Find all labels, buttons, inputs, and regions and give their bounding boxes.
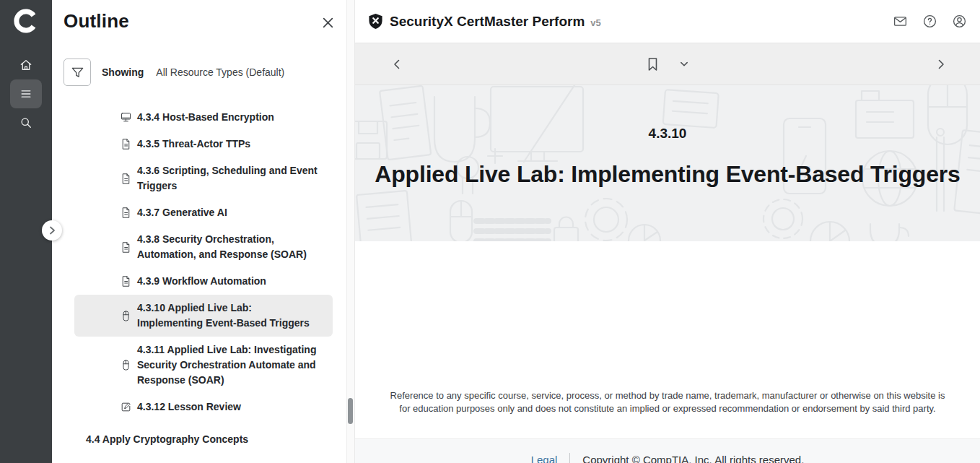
securityx-shield-icon [368, 13, 383, 30]
bookmark-menu-button[interactable] [675, 55, 694, 73]
outline-panel: Outline Showing All Resource Types (Defa… [52, 0, 354, 463]
previous-arrow-icon [391, 59, 403, 70]
mouse-icon [120, 359, 132, 371]
outline-item-4.3.4[interactable]: 4.3.4 Host-Based Encryption [74, 104, 333, 131]
filter-showing-label: Showing [102, 66, 144, 78]
help-button[interactable] [922, 14, 937, 29]
filter-value: All Resource Types (Default) [156, 66, 284, 78]
messages-button[interactable] [893, 14, 908, 29]
next-page-button[interactable] [931, 54, 951, 74]
filter-button[interactable] [64, 59, 91, 86]
main-content: SecurityX CertMaster Perform v5 [354, 0, 980, 463]
bookmark-button[interactable] [642, 53, 664, 76]
outline-item-4.3.9[interactable]: 4.3.9 Workflow Automation [74, 268, 333, 295]
document-icon [120, 241, 132, 254]
rail-nav [10, 51, 42, 137]
copyright-text: Copyright © CompTIA, Inc. All rights res… [582, 454, 804, 463]
next-arrow-icon [935, 59, 947, 70]
comptia-c-icon [13, 8, 39, 34]
outline-item-label: 4.3.5 Threat-Actor TTPs [137, 137, 319, 152]
home-icon [19, 58, 33, 72]
lesson-title: Applied Live Lab: Implementing Event-Bas… [355, 160, 980, 188]
outline-item-4.3.7[interactable]: 4.3.7 Generative AI [74, 199, 333, 226]
outline-title: Outline [64, 10, 129, 33]
lesson-toolbar [355, 43, 980, 85]
lesson-number: 4.3.10 [355, 126, 980, 142]
legal-link[interactable]: Legal [531, 454, 558, 463]
outline-item-label: 4.3.7 Generative AI [137, 205, 319, 220]
search-icon [19, 116, 33, 130]
document-icon [120, 207, 132, 219]
outline-item-4.3.10[interactable]: 4.3.10 Applied Live Lab: Implementing Ev… [74, 295, 333, 337]
help-icon [922, 14, 937, 29]
search-button[interactable] [10, 108, 42, 137]
product-version: v5 [590, 17, 600, 28]
outline-item-4.3.6[interactable]: 4.3.6 Scripting, Scheduling and Event Tr… [74, 157, 333, 199]
panel-collapse-toggle[interactable] [42, 220, 62, 241]
filter-funnel-icon [71, 66, 84, 79]
outline-item-label: 4.3.12 Lesson Review [137, 399, 319, 415]
outline-scrollbar-thumb[interactable] [348, 398, 353, 424]
document-icon [120, 275, 132, 287]
outline-panel-header: Outline [52, 0, 354, 33]
account-icon [952, 14, 967, 29]
bookmark-icon [647, 57, 660, 72]
close-icon [322, 17, 334, 29]
mouse-icon [120, 310, 132, 322]
document-icon [120, 138, 132, 150]
outline-item-4.3.12[interactable]: 4.3.12 Lesson Review [74, 394, 333, 420]
product-title: SecurityX CertMaster Perform [390, 14, 585, 30]
previous-page-button[interactable] [387, 54, 407, 74]
outline-menu-button[interactable] [10, 79, 42, 108]
outline-item-label: 4.3.6 Scripting, Scheduling and Event Tr… [137, 163, 319, 194]
chevron-right-icon [48, 226, 56, 235]
outline-section-4.4[interactable]: 4.4 Apply Cryptography Concepts [86, 426, 340, 453]
account-button[interactable] [952, 14, 967, 29]
outline-scrollbar[interactable] [346, 0, 354, 463]
bookmark-group [642, 53, 694, 76]
document-icon [120, 173, 132, 185]
outline-item-4.3.8[interactable]: 4.3.8 Security Orchestration, Automation… [74, 226, 333, 268]
outline-item-label: 4.3.10 Applied Live Lab: Implementing Ev… [137, 300, 319, 331]
monitor-icon [120, 111, 132, 124]
app-header: SecurityX CertMaster Perform v5 [355, 0, 980, 43]
outline-item-4.3.11[interactable]: 4.3.11 Applied Live Lab: Investigating S… [74, 337, 333, 394]
lesson-body: Reference to any specific course, servic… [355, 241, 980, 438]
outline-list: 4.3.4 Host-Based Encryption4.3.5 Threat-… [52, 104, 354, 453]
outline-item-label: 4.3.8 Security Orchestration, Automation… [137, 232, 319, 262]
lesson-banner: 4.3.10 Applied Live Lab: Implementing Ev… [355, 85, 980, 241]
app-root: Outline Showing All Resource Types (Defa… [0, 0, 980, 463]
outline-item-label: 4.3.9 Workflow Automation [137, 274, 319, 289]
chevron-down-icon [680, 59, 689, 69]
mail-icon [893, 14, 908, 29]
home-button[interactable] [10, 51, 42, 79]
outline-item-label: 4.3.4 Host-Based Encryption [137, 110, 319, 125]
outline-item-4.3.5[interactable]: 4.3.5 Threat-Actor TTPs [74, 131, 333, 157]
footer-divider [569, 453, 570, 463]
close-outline-button[interactable] [319, 14, 337, 32]
page-footer: Legal Copyright © CompTIA, Inc. All righ… [355, 438, 980, 463]
edit-icon [120, 401, 132, 413]
comptia-logo [13, 8, 39, 34]
outline-item-label: 4.3.11 Applied Live Lab: Investigating S… [137, 342, 319, 388]
outline-menu-icon [19, 87, 33, 101]
disclaimer-text: Reference to any specific course, servic… [385, 389, 950, 415]
filter-row: Showing All Resource Types (Default) [64, 59, 354, 86]
